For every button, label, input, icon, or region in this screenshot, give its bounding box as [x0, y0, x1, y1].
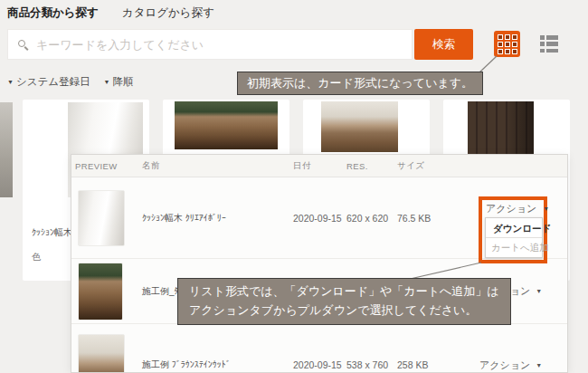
action-dropdown-menu: ダウンロード カートへ追加 — [485, 217, 543, 258]
caret-down-icon: ▼ — [543, 206, 549, 212]
grid-icon — [498, 34, 517, 54]
row-resolution: 620 x 620 — [343, 213, 394, 224]
tooltip-line2: アクションタブからプルダウンで選択してください。 — [189, 301, 499, 320]
search-box — [7, 29, 413, 60]
search-icon — [18, 40, 28, 50]
table-row: 施工例 ﾌﾞﾗｳﾝｽﾃｲﾝｳｯﾄﾞ 2020-09-15 538 x 760 2… — [71, 324, 567, 373]
list-view-toggle-button[interactable] — [540, 35, 559, 53]
caret-down-icon: ▼ — [536, 288, 542, 294]
row-size: 76.5 KB — [394, 213, 479, 224]
sort-order-select[interactable]: ▼ 降順 — [104, 75, 134, 89]
sort-order-label: 降順 — [112, 75, 133, 89]
row-date: 2020-09-15 — [289, 359, 343, 370]
sort-controls: ▼ システム登録日 ▼ 降順 — [7, 75, 133, 89]
menu-item-download[interactable]: ダウンロード — [486, 218, 542, 238]
row-name: 施工例 ﾌﾞﾗｳﾝｽﾃｲﾝｳｯﾄﾞ — [138, 359, 289, 371]
list-view-tooltip: リスト形式では、「ダウンロード」や「カートへ追加」は アクションタブからプルダウ… — [177, 278, 511, 325]
search-input[interactable] — [36, 38, 412, 52]
column-header-size: サイズ — [394, 160, 479, 172]
partial-card-edge — [0, 102, 13, 197]
list-icon — [540, 35, 559, 40]
caret-down-icon: ▼ — [536, 362, 542, 368]
list-header-row: PREVIEW 名前 日付 RES. サイズ — [71, 155, 567, 177]
tooltip-line1: リスト形式では、「ダウンロード」や「カートへ追加」は — [189, 282, 499, 301]
sort-field-label: システム登録日 — [16, 75, 90, 89]
row-resolution: 538 x 760 — [343, 359, 394, 370]
row-name: ｸｯｼｮﾝ幅木 ｸﾘｴｱｲﾎﾞﾘｰ — [138, 212, 289, 225]
tab-search-by-catalog[interactable]: カタログから探す — [122, 5, 214, 21]
top-navigation: 商品分類から探す カタログから探す — [7, 5, 214, 21]
row-size: 258 KB — [394, 359, 479, 370]
card-view-tooltip: 初期表示は、カード形式になっています。 — [237, 72, 483, 95]
caret-down-icon: ▼ — [7, 79, 14, 85]
column-header-date: 日付 — [289, 160, 343, 172]
row-thumbnail — [78, 263, 123, 320]
product-image — [468, 101, 534, 154]
card-view-toggle-button[interactable] — [494, 31, 520, 57]
action-dropdown-button[interactable]: アクション ▼ — [479, 359, 567, 372]
menu-item-add-to-cart[interactable]: カートへ追加 — [486, 238, 542, 257]
action-dropdown-button[interactable]: アクション ▼ — [486, 202, 549, 215]
product-image — [175, 101, 278, 149]
column-header-name: 名前 — [138, 160, 289, 172]
search-button[interactable]: 検索 — [414, 29, 473, 60]
product-image — [321, 101, 398, 152]
row-thumbnail — [78, 190, 125, 246]
column-header-preview: PREVIEW — [71, 161, 138, 171]
list-view-panel: PREVIEW 名前 日付 RES. サイズ ｸｯｼｮﾝ幅木 ｸﾘｴｱｲﾎﾞﾘｰ… — [71, 154, 568, 373]
tab-search-by-category[interactable]: 商品分類から探す — [7, 5, 99, 21]
sort-field-select[interactable]: ▼ システム登録日 — [7, 75, 90, 89]
card-attribute-label: 色 — [32, 251, 41, 263]
caret-down-icon: ▼ — [104, 79, 110, 85]
row-date: 2020-09-15 — [289, 213, 343, 224]
column-header-res: RES. — [343, 161, 394, 171]
row-thumbnail — [78, 334, 125, 373]
